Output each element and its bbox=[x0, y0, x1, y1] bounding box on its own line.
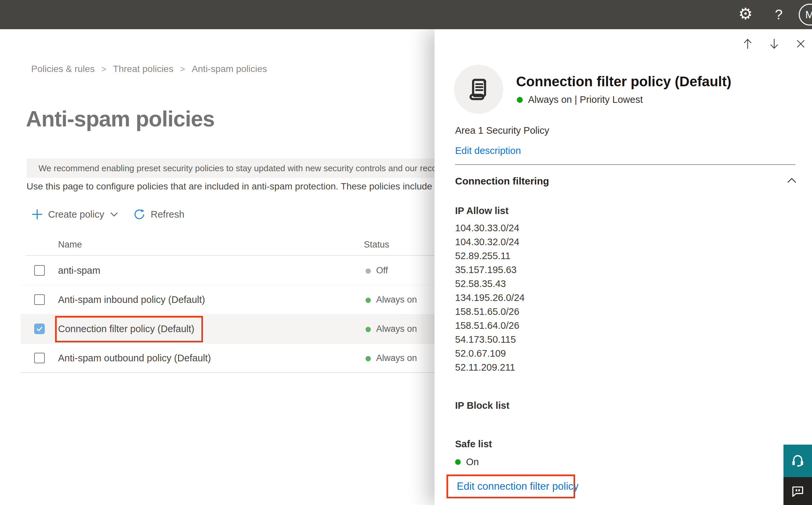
column-header-name[interactable]: Name bbox=[58, 239, 82, 250]
ip-allow-list: 104.30.33.0/24 104.30.32.0/24 52.89.255.… bbox=[455, 221, 525, 374]
chevron-down-icon bbox=[110, 212, 118, 217]
create-policy-button[interactable]: Create policy bbox=[31, 209, 118, 220]
ip-entry: 158.51.65.0/26 bbox=[455, 305, 525, 319]
create-policy-label: Create policy bbox=[48, 209, 104, 220]
table-header-divider bbox=[26, 255, 434, 256]
refresh-label: Refresh bbox=[151, 209, 184, 220]
recommendation-banner: We recommend enabling preset security po… bbox=[26, 159, 445, 178]
row-checkbox-checked[interactable] bbox=[34, 324, 45, 334]
page-description: Use this page to configure policies that… bbox=[26, 181, 434, 192]
table-row[interactable]: Anti-spam inbound policy (Default) Alway… bbox=[21, 285, 434, 315]
table-row[interactable]: anti-spam Off bbox=[21, 256, 434, 285]
flyout-status-text: Always on | Priority Lowest bbox=[528, 94, 643, 105]
breadcrumb-policies-rules[interactable]: Policies & rules bbox=[31, 64, 94, 74]
policy-description: Area 1 Security Policy bbox=[455, 125, 549, 136]
edit-description-link[interactable]: Edit description bbox=[455, 145, 521, 156]
plus-icon bbox=[31, 209, 43, 220]
gear-icon[interactable]: ⚙ bbox=[738, 5, 753, 23]
breadcrumb-separator-icon: > bbox=[180, 64, 185, 74]
status-dot bbox=[366, 356, 371, 361]
row-checkbox[interactable] bbox=[34, 265, 45, 276]
safe-list-status-text: On bbox=[466, 457, 479, 468]
chat-bubble-icon bbox=[790, 484, 805, 498]
close-icon[interactable] bbox=[795, 38, 807, 50]
column-header-status[interactable]: Status bbox=[364, 239, 389, 250]
ip-entry: 52.11.209.211 bbox=[455, 360, 525, 374]
breadcrumb: Policies & rules > Threat policies > Ant… bbox=[31, 64, 267, 74]
flyout-nav bbox=[742, 38, 807, 50]
edit-link-highlight-box: Edit connection filter policy bbox=[446, 475, 575, 498]
ip-block-list-title: IP Block list bbox=[455, 400, 510, 411]
status-dot bbox=[517, 97, 523, 103]
policy-name[interactable]: Anti-spam inbound policy (Default) bbox=[58, 294, 205, 305]
flyout-status-line: Always on | Priority Lowest bbox=[517, 94, 643, 105]
page-title: Anti-spam policies bbox=[26, 106, 215, 131]
status-label: Always on bbox=[376, 324, 417, 334]
status-label: Off bbox=[376, 266, 388, 276]
ip-entry: 54.173.50.115 bbox=[455, 332, 525, 346]
ip-allow-list-title: IP Allow list bbox=[455, 205, 509, 216]
flyout-divider bbox=[455, 164, 795, 165]
policy-details-flyout: Connection filter policy (Default) Alway… bbox=[434, 29, 812, 505]
feedback-chat-button[interactable] bbox=[784, 477, 812, 505]
app-root: ⚙ ? M Policies & rules > Threat policies… bbox=[0, 0, 812, 505]
row-checkbox[interactable] bbox=[34, 353, 45, 363]
chevron-up-icon[interactable] bbox=[787, 177, 797, 183]
help-icon[interactable]: ? bbox=[775, 6, 783, 23]
ip-entry: 104.30.32.0/24 bbox=[455, 235, 525, 249]
policy-name[interactable]: Anti-spam outbound policy (Default) bbox=[58, 353, 211, 364]
status-dot bbox=[366, 298, 371, 303]
safe-list-title: Safe list bbox=[455, 439, 492, 450]
ip-entry: 52.0.67.109 bbox=[455, 346, 525, 360]
ip-entry: 52.58.35.43 bbox=[455, 277, 525, 291]
policy-icon-circle bbox=[454, 65, 503, 114]
ip-entry: 104.30.33.0/24 bbox=[455, 221, 525, 235]
checkmark-icon bbox=[35, 325, 43, 333]
avatar[interactable]: M bbox=[799, 4, 812, 25]
ip-entry: 134.195.26.0/24 bbox=[455, 291, 525, 305]
row-checkbox[interactable] bbox=[34, 294, 45, 305]
flyout-title: Connection filter policy (Default) bbox=[516, 74, 732, 90]
arrow-up-icon[interactable] bbox=[742, 38, 754, 50]
section-connection-filtering: Connection filtering bbox=[455, 176, 549, 187]
ip-entry: 158.51.64.0/26 bbox=[455, 319, 525, 332]
breadcrumb-separator-icon: > bbox=[101, 64, 106, 74]
status-dot bbox=[366, 269, 371, 274]
table-row-selected[interactable]: Connection filter policy (Default) Alway… bbox=[21, 315, 434, 344]
status-label: Always on bbox=[376, 353, 417, 363]
arrow-down-icon[interactable] bbox=[768, 38, 780, 50]
ip-entry: 35.157.195.63 bbox=[455, 263, 525, 277]
toolbar: Create policy Refresh bbox=[31, 205, 184, 224]
status-dot bbox=[366, 327, 371, 332]
safe-list-status: On bbox=[455, 457, 479, 468]
edit-connection-filter-policy-link[interactable]: Edit connection filter policy bbox=[457, 480, 579, 492]
policy-name[interactable]: Connection filter policy (Default) bbox=[58, 324, 194, 334]
status-dot bbox=[455, 459, 461, 465]
headset-icon bbox=[790, 453, 806, 469]
breadcrumb-threat-policies[interactable]: Threat policies bbox=[113, 64, 174, 74]
table-row[interactable]: Anti-spam outbound policy (Default) Alwa… bbox=[21, 344, 434, 373]
scroll-policy-icon bbox=[465, 76, 492, 103]
refresh-button[interactable]: Refresh bbox=[133, 208, 184, 220]
top-bar: ⚙ ? M bbox=[0, 0, 812, 29]
policy-name[interactable]: anti-spam bbox=[58, 265, 100, 276]
support-button[interactable] bbox=[784, 445, 812, 477]
refresh-icon bbox=[133, 208, 145, 220]
ip-entry: 52.89.255.11 bbox=[455, 249, 525, 263]
breadcrumb-anti-spam-policies[interactable]: Anti-spam policies bbox=[192, 64, 267, 74]
banner-text: We recommend enabling preset security po… bbox=[38, 163, 445, 174]
status-label: Always on bbox=[376, 295, 417, 305]
